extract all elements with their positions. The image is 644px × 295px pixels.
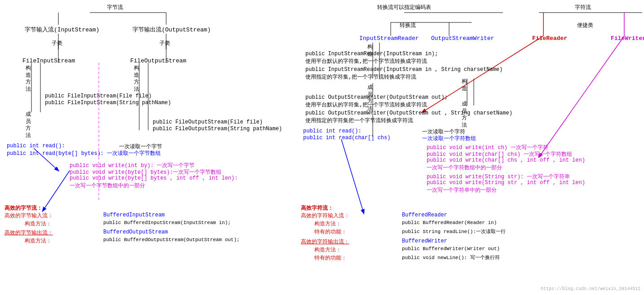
fos-write-3-desc: 一次写一个字节数组中的一部分 (70, 182, 145, 189)
isr-constructor-1: public InputStreamReader(InputStream in)… (305, 51, 438, 57)
osw-write-3: public void write(char[] chs , int off ,… (427, 157, 585, 163)
buffered-input-class: BufferedInputStream (103, 212, 165, 218)
buffered-reader-constructor-label: 构造方法： (314, 220, 341, 228)
conversion-stream-label: 转换流可以指定编码表 (377, 4, 431, 11)
buffered-reader-feature-label: 特有的功能： (314, 228, 347, 236)
svg-line-28 (539, 36, 624, 157)
output-stream-label: 字节输出流(OutputStream) (132, 26, 211, 34)
fis-member-label: 成 员 方 法 (26, 111, 31, 139)
file-output-stream-label: FileOutputStream (130, 57, 186, 64)
buffered-input-constructor-label: 构造方法： (25, 220, 52, 228)
file-reader-label: FileReader (532, 35, 567, 42)
osw-constructor-2: public OutputStreamWriter(OutputStream o… (305, 110, 512, 116)
buffered-reader-constructor: public BufferedReader(Reader in) (402, 220, 497, 225)
osw-constructor-label: 构 造 (462, 79, 467, 92)
diagram-container: 字节流 字节输入流(InputStream) 字节输出流(OutputStrea… (0, 0, 644, 295)
svg-line-12 (43, 171, 70, 211)
osw-write-5: public void write(String str , int off ,… (427, 180, 585, 186)
char-stream-label: 字符流 (575, 4, 591, 11)
subclass-label-1: 子类 (52, 40, 62, 47)
fos-write-3: public void write(byte[] bytes , int off… (70, 175, 238, 181)
buffered-writer-feature: public void newLine(): 写一个换行符 (402, 254, 500, 261)
osw-constructor-1-desc: 使用平台默认的字符集,把一个字节流转换成字符流 (305, 101, 427, 109)
input-stream-label: 字节输入流(InputStream) (25, 26, 99, 34)
fos-constructor-1: public FileOutputStream(File file) (153, 119, 263, 125)
buffered-label: 高效的字节流： (4, 204, 42, 212)
fis-constructor-label: 构 造 方 法 (26, 65, 31, 93)
isr-read-2-desc: 一次读取一个字符数组 (422, 135, 476, 142)
fis-constructor-2: public FileInputStream(String pathName) (45, 100, 171, 106)
buffered-input-label: 高效的字节输入流： (4, 212, 53, 220)
isr-constructor-1-desc: 使用平台默认的字符集,把一个字节流转换成字符流 (305, 57, 427, 65)
file-input-stream-label: FileInputStream (22, 57, 75, 64)
buffered-reader-feature: public String readLine():一次读取一行 (402, 228, 506, 235)
buffered-output-class: BufferedOutputStream (103, 229, 168, 235)
fis-constructor-1: public FileInputStream(File file) (45, 93, 152, 99)
osw-write-3-desc: 一次写一个字符数组中的一部分 (427, 164, 502, 172)
isr-constructor-2-desc: 使用指定的字符集,把一个字节流转换成字符流 (305, 73, 416, 81)
isr-label: InputStreamReader (359, 35, 419, 42)
buffered-writer-constructor: public BufferedWriter(Writer out) (402, 246, 500, 251)
isr-constructor-2: public InputStreamReader(InputStream in … (305, 66, 503, 73)
osw-label: OutputStreamWriter (431, 35, 494, 42)
osw-write-5-desc: 一次写一个字符串中的一部分 (427, 186, 497, 194)
fos-constructor-2: public FileOutputStream(String pathName) (153, 126, 282, 132)
svg-line-26 (341, 139, 364, 213)
buffered-writer-class: BufferedWriter (402, 238, 447, 244)
fis-read-1: public int read(): (7, 143, 65, 149)
subclass-label-2: 子类 (159, 40, 170, 47)
isr-read-2: public int read(char[] chs) (303, 135, 390, 141)
byte-stream-label: 字节流 (107, 4, 123, 11)
buffered-output-constructor-label: 构造方法： (25, 237, 52, 245)
buffered-writer-constructor-label: 构造方法： (314, 246, 341, 254)
buffered-output-constructor: public BufferedOutputStream(OutputStream… (103, 237, 240, 242)
buffered-output-label: 高效的字节输出流： (4, 229, 53, 237)
buffered-reader-class: BufferedReader (402, 212, 447, 218)
file-writer-label: FileWriter (611, 35, 644, 42)
buffered-char-input-label: 高效的字符输入流： (301, 212, 349, 220)
convenience-label: 便捷类 (577, 22, 593, 29)
osw-constructor-2-desc: 使用指定的字符集把一个字节流转换成字符流 (305, 117, 413, 124)
conversion-label: 转换流 (400, 22, 416, 29)
buffered-char-output-label: 高效的字符输出流： (301, 238, 349, 246)
fos-constructor-label: 构 造 方 法 (134, 65, 139, 93)
buffered-input-constructor: public BufferedInputStream(InputStream i… (103, 220, 231, 225)
buffered-char-label: 高效字符流： (301, 204, 333, 212)
svg-line-27 (422, 36, 543, 112)
fis-read-2: public int read(byte[] bytes): 一次读取一个字节数… (7, 150, 161, 157)
isr-read-1: public int read(): (303, 128, 362, 134)
buffered-writer-feature-label: 特有的功能： (314, 254, 347, 262)
osw-constructor-1: public OutputStreamWriter(OutputStream o… (305, 94, 448, 101)
watermark: https://blog.csdn.net/weixin_38144512 (541, 286, 640, 291)
